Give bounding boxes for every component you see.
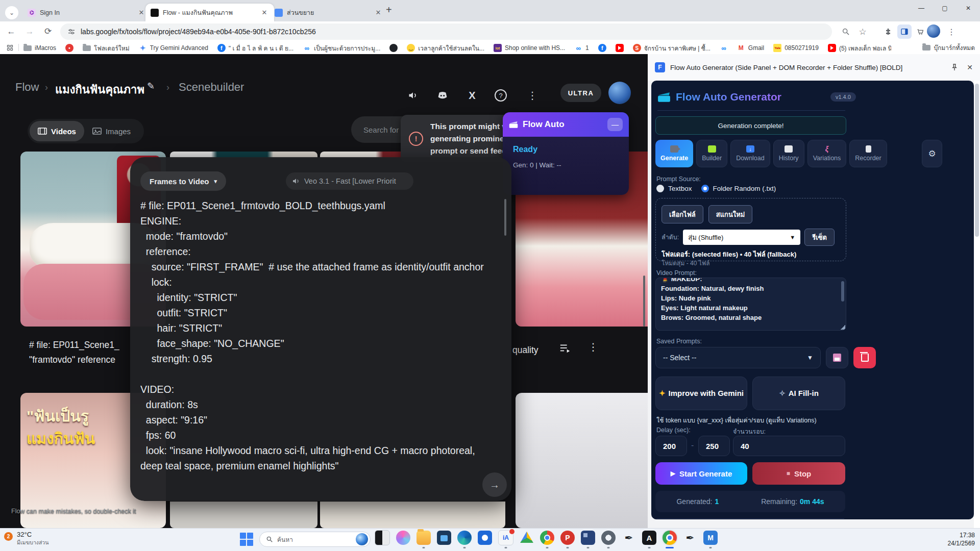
edge-icon[interactable] xyxy=(457,531,472,545)
minimize-icon[interactable]: — xyxy=(607,118,623,131)
window-close-button[interactable]: ✕ xyxy=(957,0,980,16)
pin-icon[interactable] xyxy=(950,63,959,71)
window-maximize-button[interactable]: ▢ xyxy=(933,0,957,16)
delay-min-input[interactable]: 200 xyxy=(655,436,687,456)
tab-close-icon[interactable]: ✕ xyxy=(137,8,146,17)
bookmark-item[interactable]: ∞ xyxy=(720,44,728,52)
forward-icon[interactable]: → xyxy=(22,24,37,39)
radio-textbox-label[interactable]: Textbox xyxy=(668,185,692,192)
start-generate-button[interactable]: ▶ Start Generate xyxy=(655,462,747,485)
discord-icon[interactable] xyxy=(434,87,451,104)
new-tab-button[interactable]: + xyxy=(386,4,392,16)
add-to-queue-icon[interactable] xyxy=(559,343,571,353)
taskbar-search-input[interactable]: ค้นหา xyxy=(259,532,371,547)
rounds-input[interactable]: 40 xyxy=(733,436,845,456)
textarea-scrollbar[interactable] xyxy=(841,281,844,302)
m-app-icon[interactable]: M xyxy=(703,531,718,545)
tab-flow[interactable]: Flow - แมงกินฟันคุณภาพ ✕ xyxy=(145,4,274,21)
model-pill[interactable]: Veo 3.1 - Fast [Lower Priorit xyxy=(286,172,413,190)
bookmark-item[interactable]: lotShop online with HS... xyxy=(494,44,565,52)
bookmark-item[interactable]: ∞1 xyxy=(574,44,589,52)
bookmark-item[interactable]: ∞เป็นผู้ชนะด้วยการประมู... xyxy=(303,43,380,53)
bookmark-item[interactable] xyxy=(389,44,398,52)
side-panel-scrollbar-thumb[interactable] xyxy=(975,84,979,237)
window-minimize-button[interactable]: — xyxy=(910,0,933,16)
app-squares-icon[interactable] xyxy=(581,531,595,545)
red-app-icon[interactable]: P xyxy=(560,531,575,545)
tab-extensions[interactable]: ส่วนขยาย ✕ xyxy=(270,4,388,21)
apps-grid-icon[interactable] xyxy=(6,44,14,52)
tune-icon[interactable] xyxy=(67,28,76,36)
tab-sign-in[interactable]: ⌬ Sign In ✕ xyxy=(22,4,151,21)
delay-max-input[interactable]: 250 xyxy=(698,436,730,456)
video-prompt-textarea[interactable]: 💄 MAKEUP: Foundation: Natural, dewy fini… xyxy=(655,278,846,331)
cart-icon[interactable] xyxy=(913,24,927,39)
copilot-icon[interactable] xyxy=(396,531,410,545)
tab-builder[interactable]: Builder xyxy=(696,140,727,167)
save-prompt-button[interactable] xyxy=(826,347,848,368)
tab-close-icon[interactable]: ✕ xyxy=(260,8,269,17)
bookmark-item[interactable]: Yale0850271919 xyxy=(773,44,819,52)
chrome-icon[interactable] xyxy=(663,531,677,545)
edit-pencil-icon[interactable]: ✎ xyxy=(147,81,155,92)
account-avatar[interactable] xyxy=(608,82,631,104)
radio-folder-icon[interactable] xyxy=(701,185,709,192)
video-thumbnail[interactable] xyxy=(170,502,317,528)
start-button[interactable] xyxy=(240,533,253,546)
improve-with-gemini-button[interactable]: ✦Improve with Gemini xyxy=(655,377,747,410)
order-select[interactable]: สุ่ม (Shuffle) ▼ xyxy=(683,230,800,245)
more-kebab-icon[interactable]: ⋮ xyxy=(524,87,541,104)
file-explorer-icon[interactable] xyxy=(416,531,431,545)
stop-button[interactable]: ■ Stop xyxy=(752,462,845,485)
bookmark-item[interactable]: • xyxy=(65,44,74,52)
taskbar-clock[interactable]: 17:38 24/1/2569 xyxy=(948,531,975,547)
speaker-icon[interactable] xyxy=(404,87,422,104)
google-drive-icon[interactable] xyxy=(520,531,534,545)
side-panel-close-icon[interactable]: ✕ xyxy=(967,63,973,71)
letter-a-app-icon[interactable]: A xyxy=(642,531,656,545)
resize-handle[interactable] xyxy=(841,325,845,330)
tab-search-chevron-icon[interactable]: ⌄ xyxy=(5,6,18,19)
chrome-profile-icon[interactable] xyxy=(540,531,554,545)
tab-images[interactable]: Images xyxy=(84,121,139,141)
bookmark-item[interactable]: MGmail xyxy=(737,44,764,52)
imacros-icon[interactable]: iA xyxy=(498,530,513,545)
bookmark-star-icon[interactable]: ☆ xyxy=(855,24,870,39)
tab-recorder[interactable]: Recorder xyxy=(849,140,887,167)
frames-to-video-dropdown[interactable]: Frames to Video ▾ xyxy=(140,171,226,191)
saved-prompts-select[interactable]: -- Select -- ▼ xyxy=(655,347,821,368)
breadcrumb-section[interactable]: Scenebuilder xyxy=(179,81,244,94)
bookmark-item[interactable]: โฟลเดอร์ใหม่ xyxy=(83,43,130,53)
bookmark-item[interactable]: ✦Try Gemini Advanced xyxy=(139,44,208,52)
reset-button[interactable]: รีเซ็ต xyxy=(804,229,835,246)
radio-folder-label[interactable]: Folder Random (.txt) xyxy=(713,185,776,192)
search-icon[interactable] xyxy=(839,24,853,39)
back-icon[interactable]: ← xyxy=(4,24,18,39)
ai-fill-in-button[interactable]: ✧AI Fill-in xyxy=(752,377,845,410)
bookmark-item[interactable]: (5) เพลงเด็ก พ่อเล นิทา... xyxy=(828,43,891,53)
quill-2-icon[interactable]: ✒ xyxy=(683,531,697,545)
settings-tab-button[interactable]: ⚙ xyxy=(922,140,942,167)
bookmark-item[interactable]: ‿เวลาลูกค้าใช้ส่วนลดใน... xyxy=(407,43,484,53)
tab-variations[interactable]: ξVariations xyxy=(807,140,847,167)
side-panel-toggle-icon[interactable] xyxy=(897,24,912,39)
page-scrollbar[interactable] xyxy=(643,276,645,327)
tab-generate[interactable]: Generate xyxy=(655,140,693,167)
taskbar-weather[interactable]: 2 32°C มีเมฆบางส่วน xyxy=(4,531,48,547)
bookmark-item[interactable] xyxy=(616,44,624,52)
tab-download[interactable]: ↓Download xyxy=(730,140,770,167)
submit-arrow-button[interactable]: → xyxy=(482,472,507,497)
photos-icon[interactable] xyxy=(478,531,492,545)
tab-history[interactable]: History xyxy=(773,140,804,167)
settings-icon[interactable] xyxy=(601,531,616,545)
radio-textbox-icon[interactable] xyxy=(656,185,664,192)
choose-files-button[interactable]: เลือกไฟล์ xyxy=(662,205,703,223)
breadcrumb-home[interactable]: Flow xyxy=(15,81,39,94)
delete-prompt-button[interactable] xyxy=(853,347,876,368)
profile-avatar[interactable] xyxy=(927,24,940,38)
thumbnail-menu-kebab-icon[interactable]: ⋮ xyxy=(588,341,598,353)
quill-icon[interactable]: ✒ xyxy=(622,531,636,545)
tab-videos[interactable]: Videos xyxy=(30,121,84,141)
reload-icon[interactable]: ⟳ xyxy=(41,24,55,39)
microsoft-store-icon[interactable] xyxy=(437,531,451,545)
